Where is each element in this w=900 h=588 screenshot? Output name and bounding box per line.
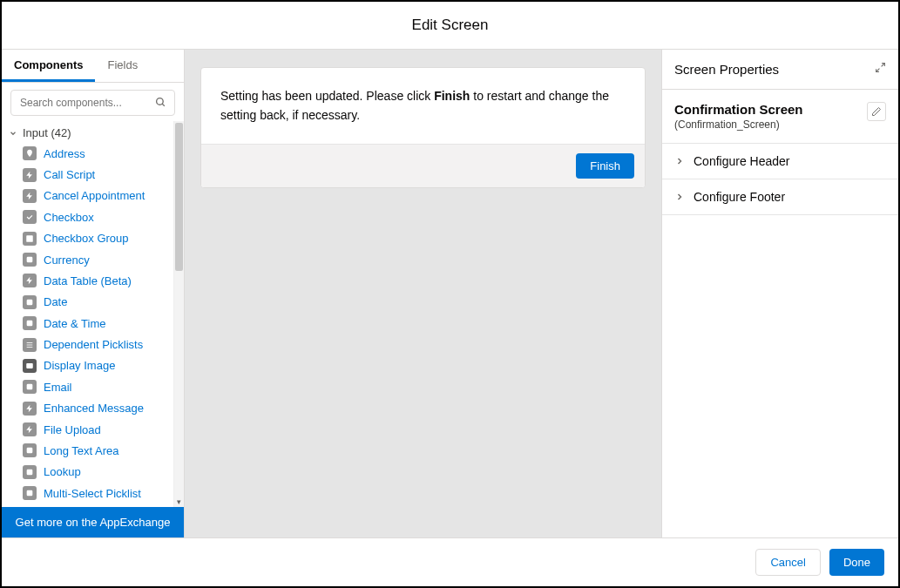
cancel-button[interactable]: Cancel <box>755 549 820 576</box>
component-list: AddressCall ScriptCancel AppointmentChec… <box>2 143 173 504</box>
edit-button[interactable] <box>867 102 886 121</box>
component-label: Date & Time <box>44 317 106 330</box>
done-button[interactable]: Done <box>829 549 884 576</box>
component-item[interactable]: Lookup <box>5 462 173 483</box>
component-icon <box>23 168 37 182</box>
finish-button-label: Finish <box>590 159 620 172</box>
msg-pre: Setting has been updated. Please click <box>220 89 434 103</box>
component-label: Dependent Picklists <box>44 338 143 351</box>
component-icon <box>23 189 37 203</box>
tab-components[interactable]: Components <box>2 50 95 82</box>
scrollbar-thumb[interactable] <box>175 123 183 271</box>
screen-name-text: Confirmation Screen (Confirmation_Screen… <box>674 102 803 131</box>
sidebar-tabs: Components Fields <box>2 50 184 83</box>
component-item[interactable]: Long Text Area <box>5 440 173 461</box>
component-item[interactable]: Multi-Select Picklist <box>5 483 173 504</box>
cancel-label: Cancel <box>770 556 805 569</box>
screen-footer: Finish <box>201 145 645 187</box>
search-wrap <box>2 83 184 121</box>
component-item[interactable]: Checkbox <box>5 206 173 227</box>
search-input[interactable] <box>10 90 175 116</box>
chevron-down-icon <box>9 129 17 138</box>
svg-rect-9 <box>26 363 33 368</box>
component-label: Display Image <box>44 359 115 372</box>
component-label: Currency <box>44 253 90 267</box>
component-icon <box>23 232 37 246</box>
chevron-right-icon <box>674 192 685 202</box>
done-label: Done <box>843 556 870 569</box>
component-label: File Upload <box>44 423 101 436</box>
component-item[interactable]: Display Image <box>5 355 173 376</box>
screen-label: Confirmation Screen <box>674 102 803 117</box>
component-tree: Input (42) AddressCall ScriptCancel Appo… <box>2 121 173 507</box>
component-label: Date <box>44 295 67 308</box>
component-icon <box>23 402 37 416</box>
expand-icon[interactable] <box>875 62 886 76</box>
component-label: Email <box>44 381 72 394</box>
component-label: Checkbox <box>44 211 94 224</box>
configure-footer-accordion[interactable]: Configure Footer <box>662 179 898 215</box>
component-item[interactable]: Cancel Appointment <box>5 186 173 206</box>
component-icon <box>23 295 37 309</box>
finish-button[interactable]: Finish <box>576 153 634 179</box>
category-label: Input (42) <box>23 126 71 139</box>
screen-preview-card[interactable]: Setting has been updated. Please click F… <box>200 67 646 188</box>
component-icon <box>23 465 37 479</box>
screen-api-name: (Confirmation_Screen) <box>674 118 803 131</box>
properties-header: Screen Properties <box>662 50 898 90</box>
modal-footer: Cancel Done <box>2 537 898 586</box>
component-label: Cancel Appointment <box>44 189 145 202</box>
component-item[interactable]: Address <box>5 143 173 164</box>
component-icon <box>23 359 37 373</box>
properties-panel: Screen Properties Confirmation Screen (C… <box>661 50 898 537</box>
component-item[interactable]: Dependent Picklists <box>5 334 173 355</box>
component-label: Address <box>44 147 85 160</box>
msg-bold: Finish <box>434 89 470 103</box>
configure-header-accordion[interactable]: Configure Header <box>662 144 898 179</box>
component-item[interactable]: Email <box>5 376 173 397</box>
modal-title: Edit Screen <box>2 2 898 50</box>
component-item[interactable]: Checkbox Group <box>5 228 173 249</box>
component-label: Lookup <box>44 465 81 478</box>
properties-title: Screen Properties <box>674 62 779 77</box>
modal-title-text: Edit Screen <box>412 17 489 34</box>
component-icon <box>23 380 37 394</box>
component-icon <box>23 253 37 267</box>
component-icon <box>23 316 37 330</box>
component-item[interactable]: Call Script <box>5 164 173 185</box>
svg-rect-11 <box>27 448 33 454</box>
svg-rect-5 <box>27 321 33 327</box>
category-input[interactable]: Input (42) <box>2 121 173 143</box>
svg-rect-12 <box>27 469 33 475</box>
tab-components-label: Components <box>14 58 83 71</box>
svg-rect-3 <box>27 257 33 263</box>
component-label: Checkbox Group <box>44 232 129 245</box>
component-item[interactable]: Currency <box>5 249 173 270</box>
scroll-down-arrow[interactable]: ▾ <box>174 497 184 507</box>
svg-line-14 <box>882 64 885 67</box>
appexchange-button[interactable]: Get more on the AppExchange <box>2 507 184 537</box>
component-icon <box>23 422 37 436</box>
modal-body: Components Fields Inpu <box>2 50 898 537</box>
screen-name-block: Confirmation Screen (Confirmation_Screen… <box>662 90 898 144</box>
component-item[interactable]: Date <box>5 292 173 313</box>
configure-header-label: Configure Header <box>694 154 790 168</box>
svg-rect-10 <box>27 384 33 390</box>
svg-rect-2 <box>26 235 33 242</box>
screen-message: Setting has been updated. Please click F… <box>201 68 645 145</box>
component-item[interactable]: Data Table (Beta) <box>5 270 173 291</box>
svg-rect-13 <box>27 490 33 497</box>
svg-line-15 <box>876 69 880 72</box>
scrollbar[interactable]: ▾ <box>173 121 184 507</box>
configure-footer-label: Configure Footer <box>694 190 785 204</box>
tab-fields[interactable]: Fields <box>95 50 150 82</box>
component-tree-wrap: Input (42) AddressCall ScriptCancel Appo… <box>2 121 184 507</box>
component-icon <box>23 338 37 352</box>
component-item[interactable]: File Upload <box>5 419 173 440</box>
edit-screen-modal: Edit Screen Components Fields <box>0 0 900 588</box>
component-icon <box>23 146 37 160</box>
component-item[interactable]: Enhanced Message <box>5 398 173 419</box>
component-icon <box>23 274 37 287</box>
component-item[interactable]: Date & Time <box>5 313 173 334</box>
component-icon <box>23 210 37 224</box>
